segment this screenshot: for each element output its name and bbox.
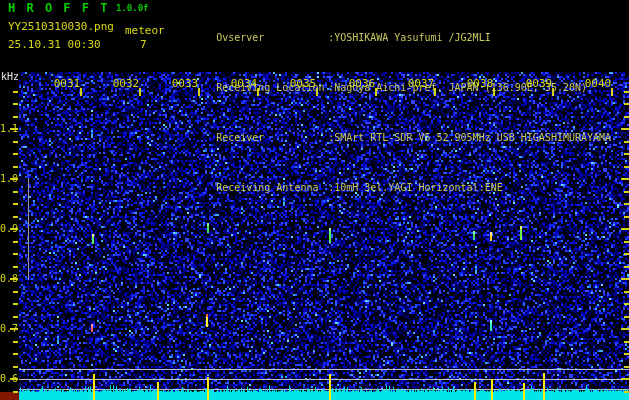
time-tick-label: 0036 [349,77,376,90]
freq-tick-label: 0.7 [0,323,12,334]
meteor-count: 7 [140,38,147,51]
time-tick-label: 0040 [585,77,612,90]
time-tick-label: 0039 [526,77,553,90]
time-tick-label: 0033 [172,77,199,90]
freq-tick-label: 0.9 [0,223,12,234]
observation-datetime: 25.10.31 00:30 [8,38,101,51]
time-tick-label: 0034 [231,77,258,90]
station-label: Ovserver [216,33,328,43]
station-value: :YOSHIKAWA Yasufumi /JG2MLI [328,32,491,43]
station-row-receiver: Receiver:SMArt RTL-SDR V5 52.905MHz USB … [180,123,611,153]
station-label: Receiving Antenna [216,183,328,193]
freq-tick-label: 0.8 [0,273,12,284]
freq-axis-unit: kHz [1,71,19,82]
station-value: :10mH 3el.YAGI Horizontal:ENE [328,182,503,193]
time-tick-label: 0037 [408,77,435,90]
freq-tick-label: 0.6 [0,373,12,384]
app-version: 1.0.0f [116,3,149,13]
freq-tick-label: 1.1 [0,123,12,134]
hrofft-window: H R O F F T 1.0.0f YY2510310030.png mete… [0,0,629,400]
time-tick-label: 0035 [290,77,317,90]
time-tick-label: 0038 [467,77,494,90]
app-title: H R O F F T [8,1,109,15]
station-label: Receiver [216,133,328,143]
output-filename: YY2510310030.png [8,20,114,33]
station-row-antenna: Receiving Antenna:10mH 3el.YAGI Horizont… [180,173,611,203]
time-tick-label: 0032 [113,77,140,90]
station-value: :SMArt RTL-SDR V5 52.905MHz USB HIGASHIM… [328,132,611,143]
station-row-observer: Ovserver:YOSHIKAWA Yasufumi /JG2MLI [180,23,611,53]
time-tick-label: 0031 [54,77,81,90]
freq-tick-label: 1.0 [0,173,12,184]
station-info: Ovserver:YOSHIKAWA Yasufumi /JG2MLI Rece… [180,3,611,223]
mode-label: meteor [125,24,165,37]
